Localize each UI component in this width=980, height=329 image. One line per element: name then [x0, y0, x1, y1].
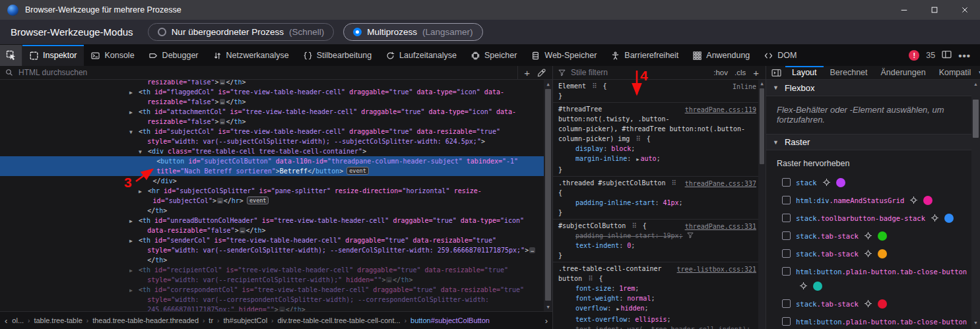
grid-item-checkbox[interactable] [782, 299, 791, 308]
close-icon[interactable] [950, 0, 980, 20]
css-declaration[interactable]: text-indent: 0; [558, 241, 756, 251]
tab-stilbearbeitung[interactable]: Stilbearbeitung [296, 45, 379, 66]
ellipsis-expander[interactable]: … [240, 227, 245, 233]
crosshair-icon[interactable] [864, 231, 872, 240]
css-declaration[interactable]: font-weight: normal; [558, 293, 756, 303]
twisty-icon[interactable]: ▶ [129, 216, 139, 226]
css-declaration[interactable]: font-size: 1rem; [558, 284, 756, 293]
crosshair-icon[interactable] [799, 282, 808, 290]
grid-highlight-color-swatch[interactable] [836, 178, 845, 187]
tab-dom[interactable]: DOM [757, 45, 804, 66]
twisty-icon[interactable]: ▶ [129, 285, 139, 295]
css-declaration[interactable]: margin-inline: ▶auto; [558, 154, 756, 165]
grid-highlight-color-swatch[interactable] [878, 249, 887, 258]
grid-item-checkbox[interactable] [782, 196, 791, 204]
breadcrumb-item[interactable]: tr [209, 316, 213, 324]
toolbox-menu-icon[interactable]: ••• [958, 50, 971, 61]
markup-line[interactable]: ▼<div class="tree-table-cell tree-table-… [0, 146, 552, 156]
twisty-icon[interactable]: ▼ [129, 127, 139, 137]
error-count[interactable]: 35 [926, 51, 935, 60]
markup-line[interactable]: <button id="subjectColButton" data-l10n-… [0, 156, 552, 166]
add-node-button[interactable]: + [518, 66, 536, 79]
markup-line[interactable]: ▶<th id="attachmentCol" is="tree-view-ta… [0, 107, 552, 117]
search-input[interactable] [17, 67, 517, 78]
tab-berechnet[interactable]: Berechnet [824, 66, 874, 79]
rules-scrollbar[interactable]: ▲ [758, 80, 766, 329]
breadcrumb-item[interactable]: thead.tree-table-header.threaded [92, 316, 199, 324]
expander-icon[interactable]: ▶ [616, 307, 619, 312]
grid-item-checkbox[interactable] [782, 231, 791, 240]
class-panel-toggle[interactable]: .cls [731, 66, 749, 79]
css-declaration[interactable]: overflow: ▶hidden; [558, 303, 756, 314]
grid-item-checkbox[interactable] [782, 317, 791, 326]
markup-line[interactable]: style="width: var(--senderColSplitter-wi… [0, 245, 552, 255]
ellipsis-expander[interactable]: … [220, 99, 226, 105]
crosshair-icon[interactable] [864, 249, 872, 258]
twisty-icon[interactable]: ▶ [139, 187, 148, 196]
breadcrumb-item[interactable]: div.tree-table-cell.tree-table-cell-cont… [277, 316, 400, 324]
grid-item-checkbox[interactable] [782, 249, 791, 258]
markup-scrollbar[interactable]: ▲ ▼ [544, 80, 552, 311]
css-declaration[interactable]: padding-inline-start: 19px; [558, 231, 756, 241]
tab-konsole[interactable]: Konsole [84, 45, 141, 66]
tab-anwendung[interactable]: Anwendung [686, 45, 757, 66]
scrollbar-thumb[interactable] [973, 100, 979, 138]
event-badge[interactable]: event [346, 167, 369, 175]
pseudo-class-toggle[interactable]: :hov [710, 66, 731, 79]
add-rule-button[interactable]: + [749, 66, 766, 79]
grid-highlight-color-swatch[interactable] [923, 196, 932, 205]
ellipsis-expander[interactable]: … [220, 119, 226, 125]
ellipsis-expander[interactable]: … [279, 307, 285, 311]
twisty-icon[interactable]: ▶ [129, 236, 139, 246]
mode-option-multiprocess[interactable]: Multiprozess(Langsamer) [343, 23, 482, 41]
markup-line[interactable]: ▶<th id="recipientCol" is="tree-view-tab… [0, 265, 552, 275]
rule-selector[interactable]: Element ⠿ { [558, 81, 756, 91]
grid-item-checkbox[interactable] [782, 267, 791, 276]
scrollbar-thumb[interactable] [760, 88, 764, 164]
node-picker-button[interactable] [0, 45, 22, 66]
markup-line[interactable]: style="width: var(--correspondentColSpli… [0, 295, 552, 305]
rule-selector[interactable]: button ⠿ { [558, 274, 756, 284]
scrollbar-thumb[interactable] [545, 89, 551, 301]
tab-netzwerkanalyse[interactable]: Netzwerkanalyse [206, 45, 296, 66]
grid-section-header[interactable]: ▼ Raster [766, 134, 980, 150]
breadcrumb-item[interactable]: ol... [12, 316, 24, 324]
twisty-icon[interactable]: ▶ [129, 266, 139, 276]
twisty-icon[interactable]: ▶ [129, 107, 139, 117]
ellipsis-expander[interactable]: … [386, 277, 392, 283]
tab-laufzeitanalyse[interactable]: Laufzeitanalyse [379, 45, 464, 66]
tab-kompatil[interactable]: Kompatil [932, 66, 978, 79]
markup-line[interactable]: ▶<th id="flaggedCol" is="tree-view-table… [0, 87, 552, 97]
rule-selector[interactable]: button:not(.twisty, .button- [558, 114, 756, 124]
breadcrumb-item[interactable]: table.tree-table [34, 316, 82, 324]
rule-selector[interactable]: column-picker), #threadTree button:not(.… [558, 124, 756, 134]
sidebar-toggle-icon[interactable] [771, 68, 781, 78]
layout-scrollbar[interactable]: ▲ ▼ [971, 80, 980, 329]
breadcrumb-back-icon[interactable]: ‹ [0, 316, 12, 326]
tab-web-speicher[interactable]: Web-Speicher [524, 45, 604, 66]
markup-line[interactable]: </th> [0, 255, 552, 265]
markup-line[interactable]: 245.66668701171875px;" hidden="">…</th> [0, 305, 552, 311]
breadcrumb-item[interactable]: th#subjectCol [223, 316, 267, 324]
grid-item-checkbox[interactable] [782, 178, 791, 187]
markup-line[interactable]: ▶<th id="unreadButtonColHeader" is="tree… [0, 216, 552, 225]
scroll-up-icon[interactable]: ▲ [544, 80, 552, 88]
flexbox-section-header[interactable]: ▼ Flexbox [766, 80, 980, 96]
mode-option-parent-process[interactable]: Nur übergeordneter Prozess(Schnell) [148, 23, 335, 41]
ellipsis-expander[interactable]: … [529, 247, 535, 253]
markup-line[interactable]: ▶<hr id="subjectColSplitter" is="pane-sp… [0, 186, 552, 196]
expander-icon[interactable]: ▶ [636, 157, 639, 162]
chevron-down-icon[interactable]: ▼ [977, 69, 980, 76]
ellipsis-expander[interactable]: … [217, 198, 223, 204]
twisty-icon[interactable]: ▶ [129, 88, 139, 98]
scroll-up-icon[interactable]: ▲ [971, 80, 980, 88]
rule-selector[interactable]: { [558, 188, 756, 198]
maximize-icon[interactable] [919, 0, 950, 20]
stylesheet-link[interactable]: threadPane.css:331 [685, 222, 756, 231]
tab-barrierefreiheit[interactable]: Barrierefreiheit [604, 45, 686, 66]
markup-line[interactable]: ▶<th id="senderCol" is="tree-view-table-… [0, 235, 552, 245]
tab-debugger[interactable]: Debugger [142, 45, 206, 66]
stylesheet-link[interactable]: threadPane.css:119 [685, 105, 756, 115]
markup-line[interactable]: </th> [0, 206, 552, 216]
markup-line[interactable]: ▼<th id="subjectCol" is="tree-view-table… [0, 127, 552, 136]
